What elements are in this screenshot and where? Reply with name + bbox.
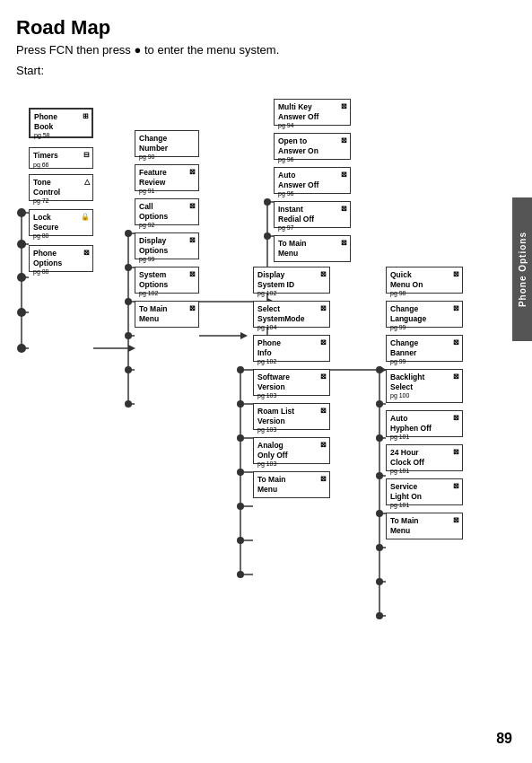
start-label: Start: xyxy=(16,64,532,77)
select-sysmode-box: SelectSystemMode ⊠ pg 104 xyxy=(253,301,330,328)
svg-point-66 xyxy=(376,612,383,619)
svg-point-14 xyxy=(125,230,132,237)
instant-redial-box: InstantRedial Off ⊠ pg 97 xyxy=(274,201,351,228)
change-number-box: ChangeNumber pg 90 xyxy=(135,130,199,157)
change-banner-box: ChangeBanner ⊠ pg 99 xyxy=(386,335,463,362)
phone-book-box: PhoneBook ⊞ pg 58 xyxy=(29,108,93,138)
display-options-box: DisplayOptions ⊠ pg 99 xyxy=(135,232,199,259)
auto-hyphen-box: AutoHyphen Off ⊠ pg 101 xyxy=(386,410,463,437)
svg-point-29 xyxy=(237,366,244,373)
timers-box: Timers ⊟ pg 66 xyxy=(29,147,93,169)
svg-point-19 xyxy=(125,400,132,408)
svg-point-30 xyxy=(237,400,244,408)
auto-answer-box: AutoAnswer Off ⊠ pg 96 xyxy=(274,167,351,194)
call-options-box: CallOptions ⊠ pg 92 xyxy=(135,198,199,225)
svg-point-4 xyxy=(17,308,26,317)
svg-point-64 xyxy=(376,544,383,551)
svg-point-35 xyxy=(237,571,244,578)
open-to-answer-box: Open toAnswer On ⊠ pg 96 xyxy=(274,133,351,160)
phone-info-box: PhoneInfo ⊠ pg 102 xyxy=(253,335,330,362)
svg-point-62 xyxy=(376,472,383,479)
system-options-box: SystemOptions ⊠ pg 102 xyxy=(135,267,199,294)
backlight-select-box: BacklightSelect ⊠ pg 100 xyxy=(386,369,463,403)
software-version-box: SoftwareVersion ⊠ pg 103 xyxy=(253,369,330,396)
svg-point-5 xyxy=(17,344,26,353)
side-tab-label: Phone Options xyxy=(518,232,528,307)
svg-point-2 xyxy=(17,240,26,249)
svg-marker-12 xyxy=(128,345,135,352)
svg-marker-27 xyxy=(240,332,248,339)
to-main-menu-3-box: To MainMenu ⊠ xyxy=(253,471,330,498)
svg-point-60 xyxy=(376,400,383,408)
quick-menu-box: QuickMenu On ⊠ pg 98 xyxy=(386,267,463,294)
to-main-menu-1-box: To MainMenu ⊠ xyxy=(135,301,199,328)
svg-point-46 xyxy=(264,198,271,206)
svg-point-17 xyxy=(125,332,132,339)
analog-only-box: AnalogOnly Off ⊠ pg 103 xyxy=(253,437,330,464)
svg-point-16 xyxy=(125,298,132,305)
change-language-box: ChangeLanguage ⊠ pg 99 xyxy=(386,301,463,328)
svg-point-18 xyxy=(125,366,132,373)
subtitle: Press FCN then press ● to enter the menu… xyxy=(16,43,532,57)
service-light-box: ServiceLight On ⊠ pg 101 xyxy=(386,478,463,505)
svg-point-34 xyxy=(237,537,244,544)
svg-point-59 xyxy=(376,366,383,373)
svg-point-63 xyxy=(376,510,383,517)
to-main-menu-2-box: To MainMenu ⊠ xyxy=(274,235,351,262)
tone-control-box: ToneControl △ pg 72 xyxy=(29,174,93,201)
svg-point-32 xyxy=(237,469,244,476)
svg-point-3 xyxy=(17,273,26,282)
page-number: 89 xyxy=(496,731,512,747)
svg-point-33 xyxy=(237,503,244,510)
svg-point-47 xyxy=(264,232,271,240)
svg-point-31 xyxy=(237,434,244,442)
feature-review-box: FeatureReview ⊠ pg 91 xyxy=(135,164,199,191)
multi-key-box: Multi KeyAnswer Off ⊠ pg 94 xyxy=(274,99,351,126)
svg-point-1 xyxy=(17,208,26,217)
svg-point-61 xyxy=(376,434,383,442)
svg-point-65 xyxy=(376,578,383,585)
road-map-diagram: PhoneBook ⊞ pg 58 Timers ⊟ pg 66 ToneCon… xyxy=(9,81,511,727)
svg-point-15 xyxy=(125,264,132,271)
roam-list-box: Roam ListVersion ⊠ pg 103 xyxy=(253,403,330,430)
phone-options-box: PhoneOptions ⊠ pg 88 xyxy=(29,245,93,272)
to-main-menu-4-box: To MainMenu ⊠ xyxy=(386,513,463,539)
side-tab: Phone Options xyxy=(512,197,532,341)
lock-secure-box: LockSecure 🔒 pg 80 xyxy=(29,209,93,236)
page-title: Road Map xyxy=(16,16,532,39)
display-sysid-box: DisplaySystem ID ⊠ pg 102 xyxy=(253,267,330,294)
clock-off-box: 24 HourClock Off ⊠ pg 101 xyxy=(386,444,463,471)
